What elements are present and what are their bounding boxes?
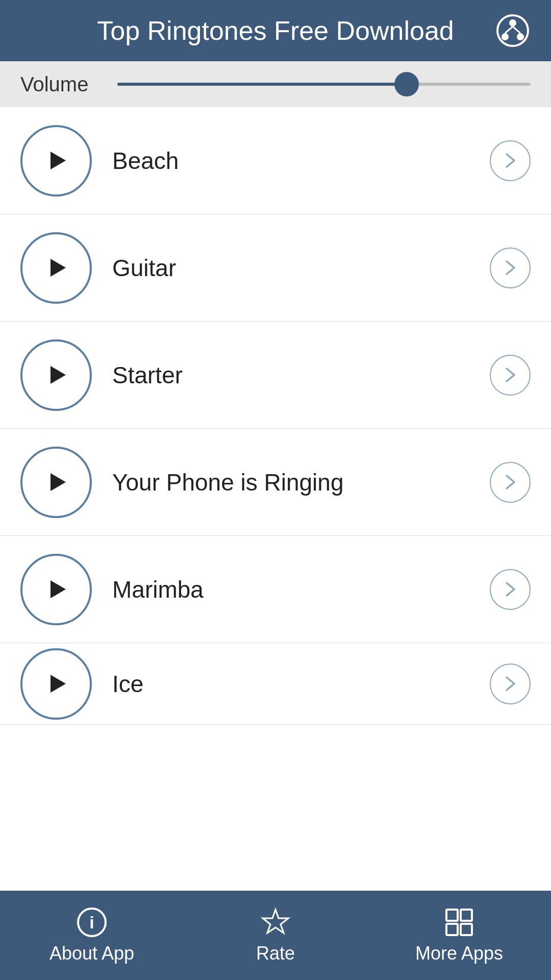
play-icon xyxy=(42,575,70,603)
volume-label: Volume xyxy=(20,73,102,96)
play-icon xyxy=(42,670,70,698)
svg-point-3 xyxy=(517,33,524,40)
volume-slider-fill xyxy=(117,83,407,86)
chevron-right-icon xyxy=(502,366,519,384)
ringtone-name-5: Marimba xyxy=(92,576,490,603)
detail-button-1[interactable] xyxy=(490,140,531,181)
svg-line-5 xyxy=(513,27,520,33)
detail-button-5[interactable] xyxy=(490,569,531,610)
chevron-right-icon xyxy=(502,259,519,277)
detail-button-3[interactable] xyxy=(490,355,531,396)
svg-line-4 xyxy=(505,27,513,33)
ringtone-name-4: Your Phone is Ringing xyxy=(92,469,490,496)
play-button-1[interactable] xyxy=(20,125,92,197)
svg-marker-8 xyxy=(51,366,66,384)
nav-rate-label: Rate xyxy=(256,943,295,964)
play-icon xyxy=(42,361,70,389)
ringtone-item: Starter xyxy=(0,322,551,429)
detail-button-2[interactable] xyxy=(490,248,531,288)
play-button-6[interactable] xyxy=(20,648,92,720)
app-header: Top Ringtones Free Download xyxy=(0,0,551,61)
nav-about-label: About App xyxy=(49,943,134,964)
ringtone-item: Marimba xyxy=(0,536,551,643)
chevron-right-icon xyxy=(502,675,519,693)
play-button-4[interactable] xyxy=(20,447,92,518)
volume-slider-thumb[interactable] xyxy=(394,72,419,96)
ringtone-item: Ice xyxy=(0,643,551,725)
svg-marker-7 xyxy=(51,259,66,277)
svg-marker-9 xyxy=(51,473,66,491)
play-icon xyxy=(42,146,70,175)
settings-icon[interactable] xyxy=(495,13,531,48)
volume-slider[interactable] xyxy=(117,83,531,86)
svg-rect-15 xyxy=(446,910,458,921)
play-button-5[interactable] xyxy=(20,554,92,625)
svg-rect-16 xyxy=(461,910,472,921)
ringtone-name-1: Beach xyxy=(92,147,490,175)
chevron-right-icon xyxy=(502,473,519,491)
chevron-right-icon xyxy=(502,580,519,598)
nav-more[interactable]: More Apps xyxy=(367,891,551,980)
detail-button-4[interactable] xyxy=(490,462,531,503)
info-icon: i xyxy=(77,907,107,938)
ringtone-item: Your Phone is Ringing xyxy=(0,429,551,536)
nav-about[interactable]: i About App xyxy=(0,891,184,980)
svg-marker-6 xyxy=(51,152,66,169)
ringtone-item: Beach xyxy=(0,107,551,214)
app-title: Top Ringtones Free Download xyxy=(97,15,454,46)
svg-marker-10 xyxy=(51,580,66,598)
play-icon xyxy=(42,468,70,496)
svg-text:i: i xyxy=(89,913,94,932)
nav-rate[interactable]: Rate xyxy=(184,891,367,980)
svg-marker-14 xyxy=(263,910,288,933)
ringtone-list: Beach Guitar xyxy=(0,107,551,891)
detail-button-6[interactable] xyxy=(490,664,531,704)
volume-bar: Volume xyxy=(0,61,551,107)
svg-point-2 xyxy=(502,33,509,40)
star-icon xyxy=(260,907,291,938)
ringtone-name-2: Guitar xyxy=(92,254,490,282)
ringtone-item: Guitar xyxy=(0,214,551,322)
play-icon xyxy=(42,254,70,282)
ringtone-name-3: Starter xyxy=(92,361,490,389)
chevron-right-icon xyxy=(502,152,519,169)
grid-icon xyxy=(444,907,474,938)
svg-marker-11 xyxy=(51,675,66,693)
svg-rect-17 xyxy=(446,924,458,935)
play-button-3[interactable] xyxy=(20,339,92,411)
ringtone-name-6: Ice xyxy=(92,670,490,698)
bottom-nav: i About App Rate More Apps xyxy=(0,891,551,980)
svg-rect-18 xyxy=(461,924,472,935)
nav-more-label: More Apps xyxy=(415,943,503,964)
svg-point-1 xyxy=(509,19,516,27)
play-button-2[interactable] xyxy=(20,232,92,304)
